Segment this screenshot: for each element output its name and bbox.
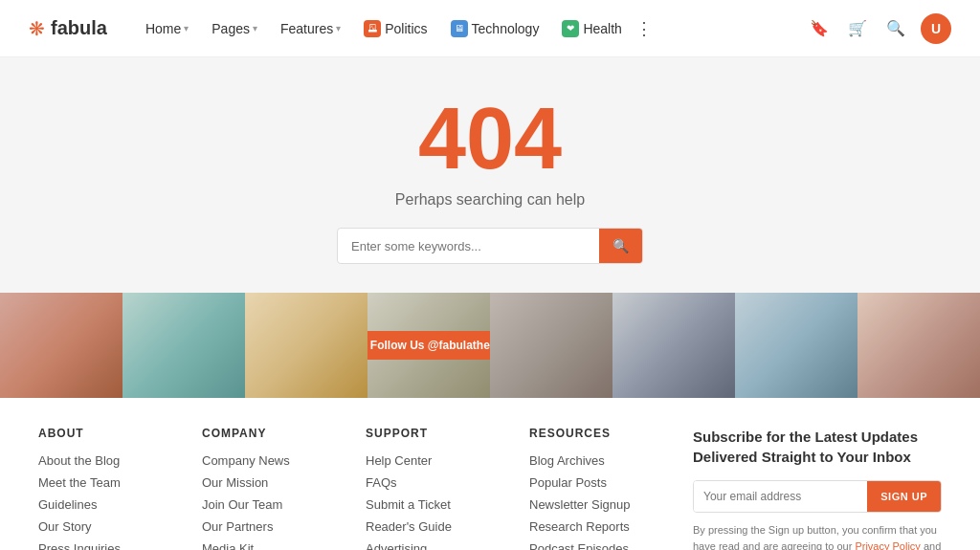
- footer: ABOUT About the Blog Meet the Team Guide…: [0, 398, 980, 550]
- logo-icon: ❋: [29, 17, 45, 40]
- instagram-follow-overlay[interactable]: 📷 Follow Us @fabulatheme: [368, 331, 490, 360]
- footer-about-title: ABOUT: [38, 427, 183, 440]
- error-section: 404 Perhaps searching can help 🔍: [0, 57, 980, 293]
- nav-home-label: Home: [145, 21, 181, 36]
- bookmark-icon[interactable]: 🔖: [806, 15, 833, 42]
- footer-partners[interactable]: Our Partners: [202, 519, 346, 534]
- technology-label: Technology: [472, 21, 540, 36]
- footer-company-title: COMPANY: [202, 427, 346, 440]
- search-button[interactable]: 🔍: [599, 229, 642, 263]
- nav-pages-label: Pages: [212, 21, 250, 36]
- footer-join-team[interactable]: Join Our Team: [202, 497, 346, 512]
- footer-help-center[interactable]: Help Center: [366, 453, 510, 468]
- footer-faqs[interactable]: FAQs: [366, 475, 510, 490]
- footer-support-title: SUPPORT: [366, 427, 510, 440]
- insta-item-5[interactable]: [490, 293, 612, 398]
- tech-icon: 🖥: [451, 20, 468, 37]
- footer-our-mission[interactable]: Our Mission: [202, 475, 346, 490]
- footer-company: COMPANY Company News Our Mission Join Ou…: [202, 427, 346, 550]
- footer-press-inquiries[interactable]: Press Inquiries: [38, 541, 183, 550]
- footer-submit-ticket[interactable]: Submit a Ticket: [366, 497, 510, 512]
- main-nav: Home ▾ Pages ▾ Features ▾ 🗳 Politics 🖥 T…: [136, 15, 653, 42]
- nav-features[interactable]: Features ▾: [271, 15, 350, 42]
- header: ❋ fabula Home ▾ Pages ▾ Features ▾ 🗳 Pol…: [0, 0, 980, 57]
- avatar[interactable]: U: [921, 13, 951, 44]
- footer-columns: ABOUT About the Blog Meet the Team Guide…: [38, 427, 674, 550]
- nav-home-chevron: ▾: [184, 23, 189, 33]
- insta-item-8[interactable]: [858, 293, 980, 398]
- subscribe-disclaimer: By pressing the Sign up button, you conf…: [693, 522, 942, 550]
- instagram-follow-label: Follow Us @fabulatheme: [370, 339, 490, 352]
- footer-meet-team[interactable]: Meet the Team: [38, 475, 183, 490]
- header-left: ❋ fabula Home ▾ Pages ▾ Features ▾ 🗳 Pol…: [29, 15, 653, 42]
- insta-item-2[interactable]: [122, 293, 245, 398]
- nav-politics[interactable]: 🗳 Politics: [354, 16, 436, 41]
- footer-resources-title: RESOURCES: [529, 427, 674, 440]
- footer-our-story[interactable]: Our Story: [38, 519, 183, 534]
- search-button-icon: 🔍: [612, 238, 629, 253]
- footer-company-news[interactable]: Company News: [202, 453, 346, 468]
- health-icon: ❤: [562, 20, 579, 37]
- footer-subscribe: Subscribe for the Latest Updates Deliver…: [693, 427, 942, 550]
- insta-item-6[interactable]: [612, 293, 735, 398]
- insta-item-1[interactable]: [0, 293, 122, 398]
- nav-home[interactable]: Home ▾: [136, 15, 198, 42]
- footer-guidelines[interactable]: Guidelines: [38, 497, 183, 512]
- insta-item-3[interactable]: [245, 293, 368, 398]
- error-subtitle: Perhaps searching can help: [19, 191, 961, 209]
- search-input[interactable]: [338, 230, 599, 263]
- footer-media-kit[interactable]: Media Kit: [202, 541, 346, 550]
- footer-support: SUPPORT Help Center FAQs Submit a Ticket…: [366, 427, 510, 550]
- footer-readers-guide[interactable]: Reader's Guide: [366, 519, 510, 534]
- footer-podcast[interactable]: Podcast Episodes: [529, 541, 674, 550]
- email-input[interactable]: [694, 481, 867, 512]
- nav-features-label: Features: [280, 21, 333, 36]
- error-code: 404: [19, 96, 961, 182]
- footer-blog-archives[interactable]: Blog Archives: [529, 453, 674, 468]
- footer-resources: RESOURCES Blog Archives Popular Posts Ne…: [529, 427, 674, 550]
- footer-newsletter[interactable]: Newsletter Signup: [529, 497, 674, 512]
- insta-item-7[interactable]: [735, 293, 858, 398]
- footer-about: ABOUT About the Blog Meet the Team Guide…: [38, 427, 183, 550]
- footer-about-blog[interactable]: About the Blog: [38, 453, 183, 468]
- politics-label: Politics: [385, 21, 427, 36]
- nav-pages-chevron: ▾: [253, 23, 257, 33]
- instagram-strip: 📷 Follow Us @fabulatheme: [0, 293, 980, 398]
- subscribe-form: SIGN UP: [693, 480, 942, 513]
- politics-icon: 🗳: [364, 20, 381, 37]
- nav-technology[interactable]: 🖥 Technology: [441, 16, 549, 41]
- sign-up-button[interactable]: SIGN UP: [867, 481, 941, 512]
- nav-features-chevron: ▾: [336, 23, 341, 33]
- subscribe-title: Subscribe for the Latest Updates Deliver…: [693, 427, 942, 467]
- footer-research-reports[interactable]: Research Reports: [529, 519, 674, 534]
- privacy-link[interactable]: Privacy Policy: [855, 540, 920, 551]
- health-label: Health: [583, 21, 621, 36]
- search-bar: 🔍: [337, 228, 643, 264]
- search-icon[interactable]: 🔍: [882, 15, 909, 42]
- nav-pages[interactable]: Pages ▾: [202, 15, 267, 42]
- insta-item-4[interactable]: 📷 Follow Us @fabulatheme: [368, 293, 490, 398]
- cart-icon[interactable]: 🛒: [844, 15, 871, 42]
- nav-health[interactable]: ❤ Health: [552, 16, 631, 41]
- logo[interactable]: ❋ fabula: [29, 17, 107, 40]
- logo-text: fabula: [51, 17, 107, 39]
- footer-advertising[interactable]: Advertising: [366, 541, 510, 550]
- more-options-icon[interactable]: ⋮: [635, 18, 653, 39]
- footer-popular-posts[interactable]: Popular Posts: [529, 475, 674, 490]
- header-right: 🔖 🛒 🔍 U: [806, 13, 951, 44]
